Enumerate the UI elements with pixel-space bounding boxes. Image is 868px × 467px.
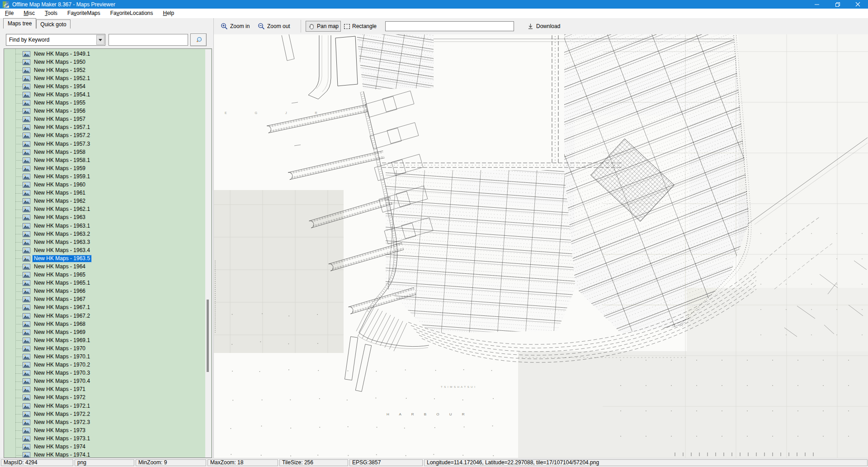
close-icon — [855, 2, 860, 7]
tree-item-selected[interactable]: New HK Maps - 1963.5 — [4, 254, 205, 262]
tree-item[interactable]: New HK Maps - 1969 — [4, 328, 205, 336]
tree-item[interactable]: New HK Maps - 1959 — [4, 164, 205, 172]
menu-item-tools[interactable]: Tools — [40, 9, 62, 18]
tree-item[interactable]: New HK Maps - 1974.1 — [4, 451, 205, 458]
tree-item[interactable]: New HK Maps - 1967 — [4, 295, 205, 304]
tree-item[interactable]: New HK Maps - 1972.2 — [4, 410, 205, 418]
tree-item[interactable]: New HK Maps - 1954 — [4, 82, 205, 91]
tree-item[interactable]: New HK Maps - 1963 — [4, 214, 205, 222]
tree-item[interactable]: New HK Maps - 1962 — [4, 197, 205, 205]
tab-quick-goto[interactable]: Quick goto — [36, 19, 70, 29]
tree-item[interactable]: New HK Maps - 1952 — [4, 66, 205, 74]
tree-item[interactable]: New HK Maps - 1965.1 — [4, 279, 205, 287]
tree-item[interactable]: New HK Maps - 1966 — [4, 287, 205, 295]
map-layer-icon — [23, 452, 30, 458]
tree-connector — [15, 111, 22, 112]
tree-item[interactable]: New HK Maps - 1956 — [4, 107, 205, 115]
tree-item[interactable]: New HK Maps - 1957.3 — [4, 140, 205, 148]
tree-item[interactable]: New HK Maps - 1968 — [4, 320, 205, 328]
tree-item[interactable]: New HK Maps - 1970.4 — [4, 377, 205, 386]
restore-button[interactable] — [827, 0, 848, 9]
tree-item[interactable]: New HK Maps - 1960 — [4, 181, 205, 189]
tree-connector — [15, 373, 22, 374]
tree-item[interactable]: New HK Maps - 1959.1 — [4, 172, 205, 181]
menu-item-help[interactable]: Help — [158, 9, 179, 18]
map-layer-icon — [23, 403, 30, 409]
rectangle-button[interactable]: Rectangle — [342, 21, 378, 32]
tree-item-label: New HK Maps - 1959.1 — [33, 173, 91, 180]
tree-item[interactable]: New HK Maps - 1972 — [4, 394, 205, 402]
tree-item[interactable]: New HK Maps - 1962.1 — [4, 205, 205, 214]
tree-item[interactable]: New HK Maps - 1954.1 — [4, 91, 205, 99]
tab-maps-tree[interactable]: Maps tree — [3, 18, 36, 29]
hand-icon — [308, 23, 315, 30]
menu-item-favoritemaps[interactable]: FavoriteMaps — [62, 9, 105, 18]
close-button[interactable] — [848, 0, 868, 9]
tree-item[interactable]: New HK Maps - 1949.1 — [4, 50, 205, 58]
status-format: png — [75, 459, 134, 466]
keyword-input[interactable] — [108, 34, 188, 46]
tree-item-label: New HK Maps - 1963.2 — [33, 231, 91, 238]
tree-item[interactable]: New HK Maps - 1967.1 — [4, 304, 205, 312]
find-mode-select[interactable]: Find by Keyword — [6, 34, 105, 46]
tree-item[interactable]: New HK Maps - 1973 — [4, 426, 205, 434]
tree-item[interactable]: New HK Maps - 1955 — [4, 99, 205, 107]
tree-item[interactable]: New HK Maps - 1957.2 — [4, 132, 205, 140]
tree-item[interactable]: New HK Maps - 1958 — [4, 148, 205, 156]
tree-item-label: New HK Maps - 1967.2 — [33, 313, 91, 319]
tree-item[interactable]: New HK Maps - 1957.1 — [4, 124, 205, 132]
map-layer-icon — [23, 223, 30, 229]
zoom-in-button[interactable]: Zoom in — [219, 21, 251, 32]
tree-item[interactable]: New HK Maps - 1970 — [4, 344, 205, 353]
search-button[interactable] — [190, 33, 207, 46]
tree-item[interactable]: New HK Maps - 1970.3 — [4, 369, 205, 377]
tree-item[interactable]: New HK Maps - 1964 — [4, 262, 205, 271]
map-layer-icon — [23, 354, 30, 360]
tree-item[interactable]: New HK Maps - 1952.1 — [4, 74, 205, 82]
tree-scrollbar-thumb[interactable] — [207, 300, 209, 372]
tree-item[interactable]: New HK Maps - 1969.1 — [4, 336, 205, 344]
tree-item-label: New HK Maps - 1963.3 — [33, 239, 91, 246]
toolbar-input[interactable] — [385, 21, 514, 31]
tree-item[interactable]: New HK Maps - 1970.1 — [4, 353, 205, 361]
tree-item[interactable]: New HK Maps - 1967.2 — [4, 312, 205, 320]
map-viewport[interactable]: H A R B O U RE G J RT S I M S H A T S U … — [214, 34, 868, 458]
download-button[interactable]: Download — [525, 21, 562, 32]
svg-text:H A R B O U R: H A R B O U R — [387, 412, 469, 416]
tree-item[interactable]: New HK Maps - 1963.3 — [4, 238, 205, 246]
tree-item[interactable]: New HK Maps - 1973.1 — [4, 434, 205, 443]
tree-item[interactable]: New HK Maps - 1963.1 — [4, 222, 205, 230]
menu-item-misc[interactable]: Misc — [19, 9, 40, 18]
tree-item[interactable]: New HK Maps - 1963.4 — [4, 246, 205, 254]
map-layer-icon — [23, 100, 30, 106]
tree-connector — [15, 86, 22, 87]
window-title: Offline Map Maker 8.367 - Maps Previewer — [12, 1, 115, 8]
map-layer-icon — [23, 370, 30, 376]
tree-scrollbar[interactable] — [205, 49, 211, 458]
tree-item[interactable]: New HK Maps - 1972.3 — [4, 418, 205, 426]
tree-item[interactable]: New HK Maps - 1957 — [4, 115, 205, 124]
minimize-button[interactable] — [807, 0, 827, 9]
tree-item[interactable]: New HK Maps - 1950 — [4, 58, 205, 66]
menu-item-file[interactable]: File — [0, 9, 19, 18]
menu-item-favoritelocations[interactable]: FavoriteLocations — [105, 9, 158, 18]
tree-item[interactable]: New HK Maps - 1974 — [4, 443, 205, 451]
pan-map-button[interactable]: Pan map — [306, 21, 341, 32]
zoom-out-button[interactable]: Zoom out — [256, 21, 292, 32]
tree-item[interactable]: New HK Maps - 1971 — [4, 386, 205, 394]
combo-dropdown-button[interactable] — [96, 35, 104, 45]
tree-connector — [15, 144, 22, 144]
map-layer-icon — [23, 239, 30, 245]
tree-item-label: New HK Maps - 1972.2 — [33, 411, 91, 418]
tree-item[interactable]: New HK Maps - 1972.1 — [4, 402, 205, 410]
map-layer-icon — [23, 329, 30, 335]
tree-item[interactable]: New HK Maps - 1965 — [4, 271, 205, 279]
tree-item-label: New HK Maps - 1965 — [33, 272, 87, 278]
tree-connector — [15, 283, 22, 284]
map-layer-icon — [23, 157, 30, 163]
tree-connector — [15, 447, 22, 448]
tree-item[interactable]: New HK Maps - 1958.1 — [4, 156, 205, 164]
tree-item[interactable]: New HK Maps - 1970.2 — [4, 361, 205, 369]
tree-item[interactable]: New HK Maps - 1961 — [4, 189, 205, 197]
tree-item[interactable]: New HK Maps - 1963.2 — [4, 230, 205, 238]
